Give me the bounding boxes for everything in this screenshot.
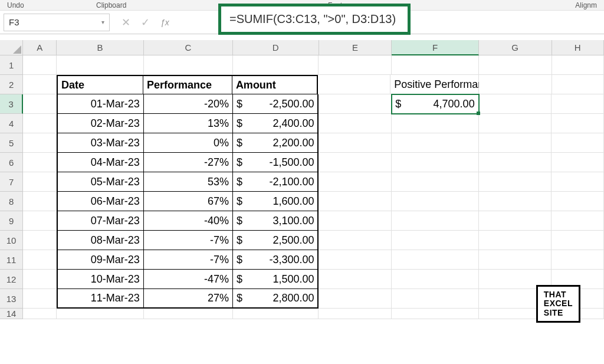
cell-g3[interactable] xyxy=(479,94,552,114)
cell-a4[interactable] xyxy=(23,114,57,133)
row-header-5[interactable]: 5 xyxy=(0,133,23,153)
cell-d5[interactable]: $2,200.00 xyxy=(233,133,319,153)
cell-f6[interactable] xyxy=(392,153,478,172)
row-header-9[interactable]: 9 xyxy=(0,211,23,231)
row-header-6[interactable]: 6 xyxy=(0,153,23,172)
cell-b13[interactable]: 11-Mar-23 xyxy=(57,289,143,309)
cell-a14[interactable] xyxy=(23,309,57,319)
cancel-icon[interactable]: ✕ xyxy=(122,16,130,29)
col-header-c[interactable]: C xyxy=(144,40,233,55)
cell-b6[interactable]: 04-Mar-23 xyxy=(57,153,143,172)
cell-b11[interactable]: 09-Mar-23 xyxy=(57,250,143,270)
cell-g5[interactable] xyxy=(479,133,552,153)
cell-g7[interactable] xyxy=(479,172,552,192)
cell-h9[interactable] xyxy=(552,211,604,231)
cell-d8[interactable]: $1,600.00 xyxy=(233,192,319,211)
cell-a13[interactable] xyxy=(23,289,57,309)
cell-g10[interactable] xyxy=(479,231,552,250)
row-header-4[interactable]: 4 xyxy=(0,114,23,133)
cell-c5[interactable]: 0% xyxy=(144,133,233,153)
row-header-12[interactable]: 12 xyxy=(0,270,23,289)
cell-g11[interactable] xyxy=(479,250,552,270)
cell-e3[interactable] xyxy=(319,94,392,114)
fx-icon[interactable]: ƒx xyxy=(160,18,169,27)
cell-f10[interactable] xyxy=(392,231,478,250)
cell-g9[interactable] xyxy=(479,211,552,231)
col-header-d[interactable]: D xyxy=(233,40,319,55)
cell-e11[interactable] xyxy=(319,250,392,270)
row-header-2[interactable]: 2 xyxy=(0,75,23,94)
cell-b7[interactable]: 05-Mar-23 xyxy=(57,172,143,192)
col-header-f[interactable]: F xyxy=(392,40,478,55)
cell-d4[interactable]: $2,400.00 xyxy=(233,114,319,133)
cell-f4[interactable] xyxy=(392,114,478,133)
cell-c10[interactable]: -7% xyxy=(144,231,233,250)
cell-c11[interactable]: -7% xyxy=(144,250,233,270)
enter-icon[interactable]: ✓ xyxy=(141,16,150,29)
cell-g1[interactable] xyxy=(479,55,552,75)
cell-d12[interactable]: $1,500.00 xyxy=(233,270,319,289)
cell-a6[interactable] xyxy=(23,153,57,172)
cell-a1[interactable] xyxy=(23,55,57,75)
cell-f11[interactable] xyxy=(392,250,478,270)
cell-a7[interactable] xyxy=(23,172,57,192)
cell-a10[interactable] xyxy=(23,231,57,250)
cell-f14[interactable] xyxy=(392,309,478,319)
cell-f12[interactable] xyxy=(392,270,478,289)
cell-h4[interactable] xyxy=(552,114,604,133)
cell-d2[interactable]: Amount xyxy=(232,75,318,94)
cell-h5[interactable] xyxy=(552,133,604,153)
chevron-down-icon[interactable]: ▾ xyxy=(101,19,104,25)
cell-c14[interactable] xyxy=(144,309,233,319)
cell-a5[interactable] xyxy=(23,133,57,153)
cell-e10[interactable] xyxy=(319,231,392,250)
col-header-b[interactable]: B xyxy=(57,40,143,55)
cell-f5[interactable] xyxy=(392,133,478,153)
cell-a9[interactable] xyxy=(23,211,57,231)
cell-c2[interactable]: Performance xyxy=(143,75,232,94)
name-box[interactable]: F3 ▾ xyxy=(4,14,110,31)
cell-c4[interactable]: 13% xyxy=(144,114,233,133)
cell-e13[interactable] xyxy=(319,289,392,309)
cell-c12[interactable]: -47% xyxy=(144,270,233,289)
cell-a3[interactable] xyxy=(23,94,57,114)
row-header-8[interactable]: 8 xyxy=(0,192,23,211)
row-header-3[interactable]: 3 xyxy=(0,94,23,114)
cell-g2[interactable] xyxy=(479,75,552,94)
row-header-13[interactable]: 13 xyxy=(0,289,23,309)
cell-c6[interactable]: -27% xyxy=(144,153,233,172)
cell-g8[interactable] xyxy=(479,192,552,211)
cell-g4[interactable] xyxy=(479,114,552,133)
col-header-h[interactable]: H xyxy=(552,40,604,55)
cell-c9[interactable]: -40% xyxy=(144,211,233,231)
cell-h8[interactable] xyxy=(552,192,604,211)
cell-f2[interactable]: Positive Performance Only xyxy=(390,75,479,94)
col-header-a[interactable]: A xyxy=(23,40,57,55)
cell-h1[interactable] xyxy=(552,55,605,75)
cell-d14[interactable] xyxy=(233,309,319,319)
cell-b5[interactable]: 03-Mar-23 xyxy=(57,133,143,153)
cell-g6[interactable] xyxy=(479,153,552,172)
cell-d13[interactable]: $2,800.00 xyxy=(233,289,319,309)
cell-b12[interactable]: 10-Mar-23 xyxy=(57,270,143,289)
select-all-corner[interactable] xyxy=(0,40,23,55)
cell-e14[interactable] xyxy=(319,309,392,319)
col-header-e[interactable]: E xyxy=(319,40,392,55)
cell-c1[interactable] xyxy=(144,55,233,75)
cell-d7[interactable]: $-2,100.00 xyxy=(233,172,319,192)
cell-d6[interactable]: $-1,500.00 xyxy=(233,153,319,172)
cell-b14[interactable] xyxy=(57,309,143,319)
cell-h10[interactable] xyxy=(552,231,604,250)
cell-b4[interactable]: 02-Mar-23 xyxy=(57,114,143,133)
row-header-14[interactable]: 14 xyxy=(0,309,23,319)
cell-a12[interactable] xyxy=(23,270,57,289)
cell-f9[interactable] xyxy=(392,211,478,231)
cell-f1[interactable] xyxy=(392,55,478,75)
cell-e5[interactable] xyxy=(319,133,392,153)
cell-e7[interactable] xyxy=(319,172,392,192)
cell-b1[interactable] xyxy=(57,55,143,75)
cell-b10[interactable]: 08-Mar-23 xyxy=(57,231,143,250)
row-header-1[interactable]: 1 xyxy=(0,55,23,75)
cell-a11[interactable] xyxy=(23,250,57,270)
cell-h3[interactable] xyxy=(552,94,604,114)
